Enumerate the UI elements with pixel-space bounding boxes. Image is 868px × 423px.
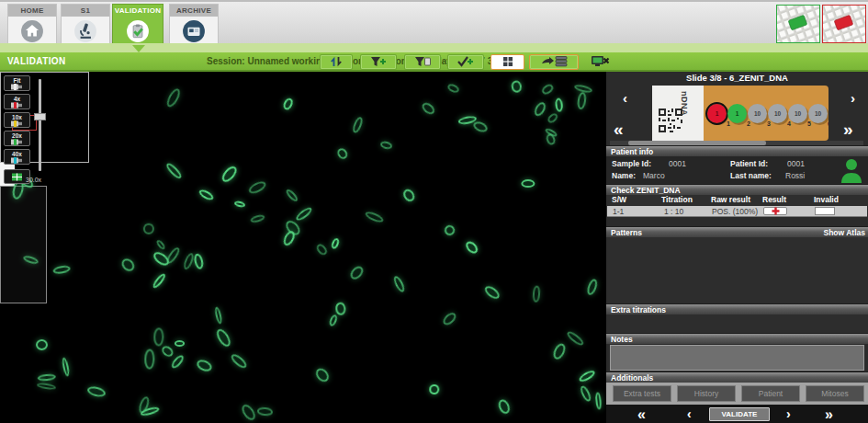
patient-info-body: Sample Id: 0001 Patient Id: 0001 Name: M… (606, 156, 868, 184)
well-4[interactable]: 104 (768, 104, 787, 123)
fluorescent-cell (247, 179, 267, 196)
zoom-fit-button[interactable]: Fit (4, 75, 30, 91)
zoom-slider-track[interactable] (39, 79, 41, 171)
header-bar: HOME S1 VALIDATION ARCHI (0, 0, 868, 43)
filter-add-button[interactable] (360, 54, 397, 70)
fluorescent-cell (213, 306, 223, 325)
tab-home[interactable]: HOME (7, 4, 57, 45)
patient-person-icon[interactable] (840, 157, 863, 187)
well-1-selected[interactable]: 11 (707, 104, 727, 123)
objective-20x-icon (11, 139, 23, 145)
sample-id-label: Sample Id: (612, 159, 651, 168)
fluorescent-cell (197, 188, 215, 202)
light-green-strip (0, 43, 868, 52)
col-titration: Titration (661, 195, 693, 204)
zoom-20x-label: 20x (12, 132, 22, 139)
zoom-slider-handle[interactable] (34, 113, 46, 120)
screen-close-button[interactable] (585, 54, 616, 70)
check-table-row[interactable]: 1-1 1 : 10 POS. (100%) (607, 206, 867, 217)
prev-well-button[interactable]: ‹ (687, 407, 692, 420)
well-5[interactable]: 105 (788, 104, 807, 123)
fluorescent-cell (165, 246, 181, 265)
filter-report-button[interactable] (404, 54, 441, 70)
fluorescent-cell (330, 236, 340, 249)
well-6-index: 6 (828, 120, 829, 127)
keyboard-green-key[interactable] (776, 5, 820, 43)
last-well-button[interactable]: » (825, 407, 833, 422)
fluorescent-cell (566, 330, 585, 348)
notes-textarea[interactable] (610, 345, 864, 371)
zoom-40x-button[interactable]: 40x (4, 149, 30, 165)
grid-view-button[interactable] (490, 54, 524, 70)
zoom-4x-label: 4x (14, 96, 20, 102)
fluorescent-cell (364, 211, 385, 225)
tab-validation[interactable]: VALIDATION (112, 4, 163, 45)
first-slide-button[interactable]: « (614, 120, 624, 138)
extra-titrations-header: Extra titrations (606, 303, 868, 314)
notes-header: Notes (606, 333, 868, 344)
keyboard-red-key[interactable] (822, 5, 866, 43)
tab-archive[interactable]: ARCHIVE (169, 4, 219, 45)
history-button[interactable]: History (677, 385, 736, 402)
objective-40x-icon (11, 157, 23, 164)
fluorescent-cell (511, 79, 523, 93)
fluorescent-cell (36, 338, 48, 349)
fluorescent-cell (442, 223, 457, 238)
home-icon (8, 17, 56, 46)
fluorescent-cell (165, 161, 184, 180)
send-to-archive-button[interactable] (529, 54, 579, 70)
zoom-fit-label: Fit (14, 77, 21, 84)
screen-close-icon (591, 54, 611, 71)
fluorescent-cell (234, 200, 246, 209)
well-2-titer: 1 (736, 110, 739, 117)
first-well-button[interactable]: « (637, 407, 646, 422)
fluorescent-cell (533, 100, 547, 118)
tab-s1[interactable]: S1 (61, 4, 110, 45)
fluorescent-cell (315, 243, 329, 257)
well-6[interactable]: 106 (808, 104, 828, 123)
extra-tests-button[interactable]: Extra tests (613, 385, 671, 402)
fluorescent-cell (579, 384, 592, 402)
well-3-index: 3 (767, 120, 771, 127)
well-3[interactable]: 103 (748, 104, 767, 123)
objective-fit-icon (11, 84, 23, 90)
next-slide-button[interactable]: › (851, 91, 855, 105)
col-invalid: Invalid (814, 195, 839, 204)
patient-button[interactable]: Patient (741, 385, 800, 402)
fluorescent-cell (285, 189, 299, 203)
fluorescent-cell (220, 164, 239, 184)
extra-titrations-label: Extra titrations (611, 305, 666, 314)
fluorescent-cell (144, 349, 154, 370)
slide-thumbnail[interactable]: nDNA 11 12 103 104 (652, 86, 829, 141)
prev-slide-button[interactable]: ‹ (623, 91, 627, 105)
zoom-4x-button[interactable]: 4x (4, 94, 30, 109)
well-6-titer: 10 (815, 110, 821, 117)
fluorescent-cell (313, 366, 332, 384)
result-positive-button[interactable] (763, 207, 787, 215)
last-slide-button[interactable]: » (843, 120, 853, 138)
validate-button[interactable]: VALIDATE (709, 407, 770, 421)
check-table-header: S/W Titration Raw result Result Invalid (606, 195, 868, 206)
fluorescent-cell (239, 402, 257, 422)
fluorescent-cell (392, 274, 407, 293)
fluorescent-cell (143, 223, 154, 234)
check-add-button[interactable] (447, 54, 484, 70)
patterns-header-label: Patterns (611, 228, 642, 237)
zoom-20x-button[interactable]: 20x (4, 131, 30, 146)
patient-id-label: Patient Id: (730, 159, 768, 168)
next-well-button[interactable]: › (786, 407, 791, 420)
fluorescent-cell (196, 358, 214, 373)
sort-button[interactable] (320, 54, 353, 70)
mitoses-button[interactable]: Mitoses (806, 385, 864, 402)
microscopy-viewport[interactable]: » Fit 4x 10x 20x 40x (0, 72, 606, 423)
toolbar-title: VALIDATION (7, 56, 66, 66)
well-2[interactable]: 12 (727, 104, 747, 123)
col-sw: S/W (612, 195, 626, 204)
fluorescent-cell (579, 368, 597, 383)
fluorescent-cell (348, 264, 366, 282)
well-1-titer: 1 (716, 110, 719, 117)
zoom-10x-button[interactable]: 10x (4, 112, 30, 128)
fluorescent-cell (52, 264, 71, 274)
invalid-checkbox[interactable] (815, 207, 835, 215)
slide-label-area: nDNA (652, 86, 704, 141)
